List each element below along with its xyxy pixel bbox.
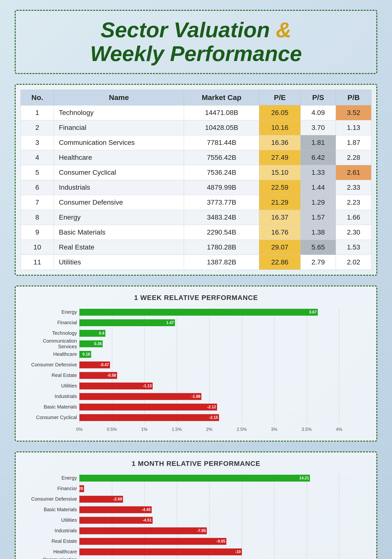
bar-label: Energy (25, 475, 79, 481)
bar-row: Communication Services0.36 (25, 339, 367, 348)
bar-value-label: -1.88 (192, 394, 200, 399)
valuation-table: No. Name Market Cap P/E P/S P/B 1Technol… (21, 90, 371, 270)
bar-value-label: 0.36 (94, 342, 102, 346)
bar-label: Consumer Defensive (25, 362, 79, 368)
bar-value-label: 0.4 (99, 331, 104, 335)
cell-pb: 2.02 (336, 255, 371, 270)
cell-no: 5 (21, 165, 54, 180)
bar-label: Financial (25, 320, 79, 325)
cell-name: Consumer Cyclical (54, 165, 184, 180)
bar-label: Energy (25, 309, 79, 315)
bar-row: Financial-0.28 (25, 484, 367, 493)
bar-row: Technology0.4 (25, 329, 367, 338)
cell-no: 4 (21, 150, 54, 165)
x-axis-tick: 0.5% (107, 427, 117, 432)
cell-ps: 1.44 (300, 180, 336, 195)
table-row: 9Basic Materials2290.54B16.761.382.30 (21, 225, 371, 240)
bar-fill: 14.21 (79, 475, 310, 482)
bar-label: Consumer Cyclical (25, 415, 79, 420)
bar-value-label: -1.13 (143, 384, 152, 388)
title-box: Sector Valuation & Weekly Performance (15, 10, 377, 74)
col-header-pe: P/E (259, 90, 300, 105)
col-header-no: No. (21, 90, 54, 105)
cell-pb: 3.52 (336, 105, 371, 120)
cell-ps: 3.70 (300, 120, 336, 135)
bar-label: Basic Materials (25, 507, 79, 512)
x-axis-tick: 3% (271, 427, 277, 432)
bar-fill: 3.67 (79, 309, 318, 316)
cell-no: 3 (21, 135, 54, 150)
bar-row: Industrials-7.85 (25, 526, 367, 535)
cell-no: 10 (21, 240, 54, 255)
cell-ps: 1.38 (300, 225, 336, 240)
bar-label: Consumer Defensive (25, 496, 79, 502)
bar-fill: -2.69 (79, 496, 123, 503)
cell-name: Consumer Defensive (54, 195, 184, 210)
cell-name: Energy (54, 210, 184, 225)
bar-row: Industrials-1.88 (25, 392, 367, 401)
bar-label: Healthcare (25, 549, 79, 555)
cell-pb: 2.30 (336, 225, 371, 240)
bar-container: -0.28 (79, 485, 339, 492)
cell-pe: 27.49 (259, 150, 300, 165)
bar-label: Utilities (25, 517, 79, 523)
cell-name: Industrials (54, 180, 184, 195)
bar-label: Utilities (25, 383, 79, 389)
bar-value-label: -0.47 (100, 363, 109, 367)
cell-marketcap: 7556.42B (184, 150, 259, 165)
cell-ps: 1.81 (300, 135, 336, 150)
bar-row: Real Estate-0.58 (25, 371, 367, 380)
x-axis-tick: 0% (76, 427, 83, 432)
bar-fill: -0.47 (79, 361, 110, 368)
bar-fill: 0.4 (79, 330, 105, 337)
bar-value-label: -0.58 (107, 373, 116, 378)
bar-container: -4.51 (79, 517, 339, 524)
cell-name: Healthcare (54, 150, 184, 165)
cell-no: 1 (21, 105, 54, 120)
bar-value-label: 14.21 (299, 476, 309, 480)
cell-ps: 4.09 (300, 105, 336, 120)
bar-fill: 1.47 (79, 319, 175, 326)
cell-pe: 22.86 (259, 255, 300, 270)
bar-container: -9.05 (79, 538, 339, 545)
bar-row: Consumer Defensive-2.69 (25, 495, 367, 504)
table-row: 6Industrials4879.99B22.591.442.33 (21, 180, 371, 195)
cell-marketcap: 3773.77B (184, 195, 259, 210)
x-axis-tick: 1.5% (172, 427, 182, 432)
title-line1: Sector Valuation (100, 18, 276, 42)
cell-no: 7 (21, 195, 54, 210)
cell-no: 11 (21, 255, 54, 270)
bar-row: Healthcare-10 (25, 547, 367, 557)
bar-row: Consumer Cyclical-2.15 (25, 413, 367, 422)
bar-container: 3.67 (79, 309, 339, 316)
week-chart-title: 1 WEEK RELATIVE PERFORMANCE (25, 294, 367, 302)
bar-fill: -10 (79, 548, 242, 555)
bar-label: Real Estate (25, 538, 79, 544)
bar-label: Industrials (25, 394, 79, 399)
bar-label: Communication Services (25, 557, 79, 559)
cell-pe: 16.76 (259, 225, 300, 240)
bar-row: Energy3.67 (25, 308, 367, 317)
cell-pb: 1.66 (336, 210, 371, 225)
cell-pb: 2.61 (336, 165, 371, 180)
cell-no: 8 (21, 210, 54, 225)
bar-value-label: -0.28 (74, 486, 83, 491)
x-axis-tick: 4% (336, 427, 342, 432)
bar-value-label: -7.85 (197, 529, 206, 533)
bar-container: 14.21 (79, 475, 339, 482)
main-title: Sector Valuation & Weekly Performance (25, 18, 367, 66)
x-axis-tick: 2.5% (237, 427, 247, 432)
table-body: 1Technology14471.08B26.054.093.522Financ… (21, 105, 371, 270)
table-row: 4Healthcare7556.42B27.496.422.28 (21, 150, 371, 165)
bar-value-label: -2.12 (207, 405, 216, 409)
bar-value-label: -2.69 (113, 497, 122, 501)
cell-ps: 1.33 (300, 165, 336, 180)
table-row: 5Consumer Cyclical7536.24B15.101.332.61 (21, 165, 371, 180)
cell-pe: 16.36 (259, 135, 300, 150)
cell-name: Utilities (54, 255, 184, 270)
cell-pe: 26.05 (259, 105, 300, 120)
cell-name: Basic Materials (54, 225, 184, 240)
cell-no: 9 (21, 225, 54, 240)
cell-ps: 5.65 (300, 240, 336, 255)
bar-container: -1.13 (79, 383, 339, 389)
